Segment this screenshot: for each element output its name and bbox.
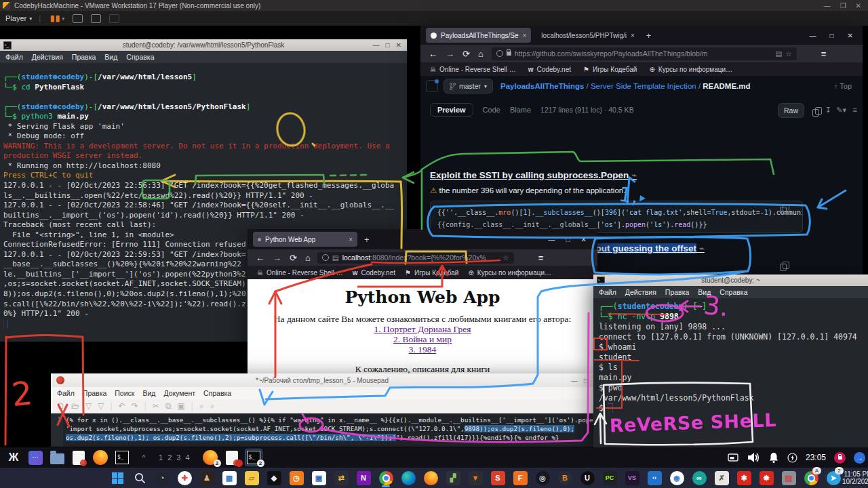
taskbar-icon-gauge[interactable]: ◔ (153, 469, 171, 487)
menu-item[interactable]: Вид (104, 53, 117, 61)
menu-item[interactable]: Правка (83, 389, 106, 397)
copy-code-icon[interactable] (780, 262, 787, 274)
menu-item[interactable]: Файл (5, 53, 23, 61)
taskbar-terminal-window[interactable]: $_2 (245, 449, 262, 466)
bookmark-games-codebay[interactable]: ⚑Игры Кодебай (405, 269, 458, 277)
taskbar-icon-onenote[interactable]: N (355, 469, 372, 487)
taskbar-icon-edge[interactable] (399, 469, 417, 487)
menu-item[interactable]: 1 (159, 453, 163, 462)
code-block-subprocess[interactable]: {{''.__class__.mro()[1].__subclasses__()… (430, 201, 803, 233)
vmware-minimize-button[interactable]: — (824, 2, 831, 9)
anchor-link-icon[interactable]: ⌁ (631, 170, 637, 180)
taskbar-icon-carrot[interactable]: ▼ (467, 469, 484, 487)
bookmark-codeby-net[interactable]: wCodeby.net (353, 269, 395, 277)
raw-button[interactable]: Raw (778, 103, 804, 118)
save-as-icon[interactable]: ▽ (98, 401, 104, 411)
reload-icon[interactable]: ⟳ (290, 253, 297, 263)
tab-close-icon[interactable]: × (523, 32, 527, 39)
pause-vm-icon[interactable]: ▮▮ (50, 14, 60, 23)
home-icon[interactable]: ⌂ (478, 49, 484, 59)
menu-item[interactable]: 4 (185, 453, 189, 462)
breadcrumb-dir[interactable]: Server Side Template Injection (591, 82, 696, 90)
tab-localhost-phptwig[interactable]: localhost/lesson5/PHPTwig/i × (536, 28, 639, 43)
menu-item[interactable]: 3 (176, 453, 180, 462)
taskbar-icon-clock-app[interactable]: ◷ (288, 469, 305, 487)
screen-lock-icon[interactable] (834, 452, 846, 464)
edit-icon[interactable]: ✎▾ (836, 106, 846, 115)
outline-icon[interactable]: ≡ (853, 106, 857, 114)
file-tree-toggle-icon[interactable] (426, 80, 438, 92)
taskbar-icon-gear1[interactable]: ✱ (735, 469, 753, 487)
taskbar-icon-explorer[interactable]: ▱ (243, 469, 260, 487)
menu-item[interactable]: Вид (698, 288, 711, 296)
updates-icon[interactable]: → (854, 452, 865, 464)
new-file-icon[interactable]: 🗋 (57, 401, 65, 411)
menu-item[interactable]: Файл (599, 288, 616, 296)
new-tab-button[interactable]: + (364, 235, 370, 245)
breadcrumb-repo[interactable]: PayloadsAllTheThings (500, 82, 584, 90)
maximize-button[interactable]: □ (830, 32, 834, 39)
back-icon[interactable]: ← (429, 49, 437, 59)
taskbar-icon-search[interactable] (131, 469, 149, 487)
vmware-maximize-button[interactable]: ❐ (840, 2, 846, 9)
book-link-dorian-gray[interactable]: 1. Портрет Дориана Грея (248, 324, 597, 334)
applications-menu-icon[interactable]: Ж (5, 449, 22, 466)
power-manager-icon[interactable] (787, 453, 797, 463)
bookmark-star-icon[interactable]: ☆ (502, 253, 509, 262)
anchor-link-icon[interactable]: ⌁ (699, 243, 705, 253)
paste-icon[interactable]: ▣ (177, 401, 184, 411)
back-to-top-link[interactable]: ↑ Top (834, 82, 852, 90)
forward-icon[interactable]: → (446, 49, 454, 59)
taskbar-icon-s-app[interactable]: S (489, 469, 507, 487)
file-manager-icon[interactable] (49, 449, 65, 466)
menu-item[interactable]: Справка (203, 389, 231, 397)
menu-item[interactable]: Правка (665, 288, 689, 296)
taskbar-icon-opera[interactable]: ◎ (534, 469, 551, 487)
taskbar-icon-firefox[interactable] (422, 469, 439, 487)
taskbar-icon-maps[interactable]: ◉ (668, 469, 686, 487)
tab-close-icon[interactable]: × (349, 236, 353, 243)
tab-payloadsallthethings[interactable]: PayloadsAllTheThings/Se × (426, 28, 531, 43)
fullscreen-icon[interactable] (91, 14, 101, 23)
notifications-bell-icon[interactable] (768, 452, 779, 464)
pause-dropdown-icon[interactable]: ▾ (62, 16, 64, 22)
taskbar-icon-camtasia[interactable]: ∞ (690, 469, 708, 487)
taskbar-icon-vscode[interactable]: ‹› (646, 469, 663, 487)
taskbar-icon-photos[interactable]: ▞ (444, 469, 462, 487)
replace-icon[interactable]: ⌕ (210, 401, 215, 411)
download-icon[interactable]: ↧ (825, 106, 831, 115)
maximize-button[interactable]: □ (566, 236, 570, 243)
panel-expand-icon[interactable]: ^ (136, 449, 152, 466)
permissions-icon[interactable] (496, 50, 503, 57)
tab-close-icon[interactable]: × (631, 32, 635, 39)
bookmark-online-reverse-shell[interactable]: ☠Online - Reverse Shell … (430, 66, 516, 73)
volume-icon[interactable] (747, 451, 760, 464)
tab-preview[interactable]: Preview (430, 103, 473, 117)
copy-raw-icon[interactable] (812, 107, 819, 119)
menu-item[interactable]: Действия (32, 53, 63, 61)
taskbar-icon-telegram[interactable]: ➤2 (825, 469, 842, 487)
player-dropdown-icon[interactable]: ▾ (29, 16, 32, 22)
taskbar-icon-chrome[interactable] (377, 469, 395, 487)
home-icon[interactable]: ⌂ (305, 253, 311, 263)
close-button[interactable]: ✕ (396, 41, 401, 49)
tab-python-web-app[interactable]: Python Web App × (253, 232, 357, 247)
taskbar-icon-virtualbox[interactable]: ▣ (310, 469, 328, 487)
book-link-war-and-peace[interactable]: 2. Война и мир (248, 334, 597, 344)
close-button[interactable]: ✕ (848, 32, 853, 39)
editor-text[interactable]: {% for x in ().__class__.__base__.__subc… (63, 413, 593, 447)
bookmark-codeby-net[interactable]: wCodeby.net (528, 66, 571, 73)
terminal-output[interactable]: ┌──(student⊛codeby)-[~]└─$ nc -nvlp 9898… (593, 298, 868, 451)
search-icon[interactable]: ⌕ (199, 401, 204, 411)
taskbar-icon-sketch[interactable]: ✗ (713, 469, 730, 487)
redo-icon[interactable]: ↷ (132, 401, 138, 411)
minimize-button[interactable]: — (810, 32, 816, 39)
menu-icon[interactable]: ≡ (538, 253, 544, 263)
close-button[interactable]: ✕ (581, 236, 587, 243)
bookmark-courses[interactable]: ⊕Курсы по информаци… (468, 269, 551, 277)
tab-code[interactable]: Code (483, 106, 500, 114)
menu-item[interactable]: 2 (167, 453, 172, 462)
taskbar-icon-arrows[interactable]: ⇄ (332, 469, 350, 487)
taskbar-icon-rubik[interactable]: ✚ (176, 469, 193, 487)
taskbar-icon-gear2[interactable]: ❋ (757, 469, 775, 487)
